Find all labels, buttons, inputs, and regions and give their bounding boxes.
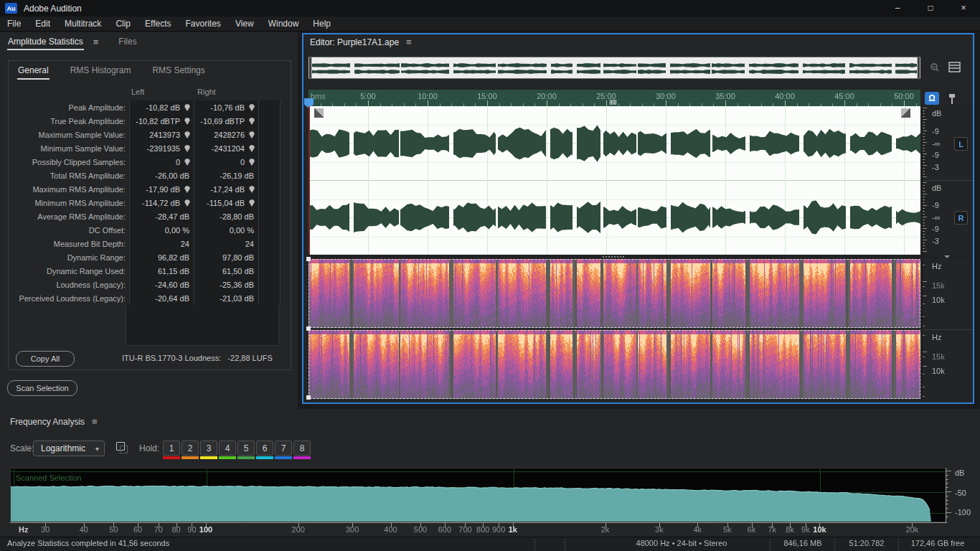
spectro-selection-handle[interactable]: [306, 395, 311, 400]
stat-cell[interactable]: 2428276: [194, 128, 258, 141]
scan-selection-button[interactable]: Scan Selection: [7, 380, 77, 396]
amp-tick-label: -3: [932, 237, 939, 245]
copy-all-button[interactable]: Copy All: [16, 351, 75, 367]
divider-grip[interactable]: [603, 256, 624, 258]
marker-pin-icon[interactable]: [945, 92, 959, 106]
stat-cell[interactable]: -17,90 dB: [129, 182, 194, 196]
tab-rms-histogram[interactable]: RMS Histogram: [70, 64, 132, 80]
stat-cell[interactable]: -2391935: [129, 141, 194, 155]
frequency-x-tick-label: 70: [154, 525, 163, 534]
spectrogram-display[interactable]: [308, 259, 920, 399]
frequency-x-tick-label: 4k: [693, 525, 702, 534]
stat-cell[interactable]: -10,76 dB: [194, 100, 258, 114]
stat-value: -24,60 dB: [155, 281, 194, 289]
panel-menu-icon[interactable]: ≡: [93, 37, 99, 47]
stat-cell[interactable]: 0,00 %: [129, 223, 194, 237]
layers-list-icon[interactable]: [948, 60, 962, 75]
hold-button-8[interactable]: 8: [293, 441, 311, 459]
freq-tick-label: 10k: [932, 367, 945, 375]
stats-inner-tabs: General RMS Histogram RMS Settings: [17, 64, 206, 80]
stat-cell[interactable]: 61,50 dB: [194, 264, 258, 278]
stat-value: -28,47 dB: [155, 212, 194, 221]
hold-button-4[interactable]: 4: [219, 441, 236, 459]
amp-tick-label: -∞: [932, 139, 941, 148]
stat-cell[interactable]: -28,80 dB: [194, 209, 258, 223]
hold-button-2[interactable]: 2: [182, 441, 199, 459]
editor-panel-menu-icon[interactable]: ≡: [406, 37, 412, 47]
frequency-x-tick-label: 20k: [905, 525, 918, 534]
tab-general[interactable]: General: [17, 64, 50, 80]
stat-cell[interactable]: 2413973: [129, 128, 194, 141]
table-row: Minimum RMS Amplitude:-114,72 dB-115,04 …: [9, 196, 281, 209]
stat-label: Possibly Clipped Samples:: [9, 158, 129, 166]
right-channel-button[interactable]: R: [954, 211, 968, 225]
stat-cell[interactable]: -26,19 dB: [194, 169, 258, 182]
hold-button-6[interactable]: 6: [256, 441, 273, 459]
freq-tick-label: 15k: [932, 281, 945, 290]
tab-amplitude-statistics[interactable]: Amplitude Statistics: [7, 34, 84, 50]
frequency-x-tick-label: 2k: [601, 525, 610, 534]
hold-button-5[interactable]: 5: [237, 441, 255, 459]
stat-cell[interactable]: -20,64 dB: [129, 291, 194, 305]
minimize-button[interactable]: –: [881, 0, 914, 17]
stat-cell[interactable]: -10,82 dB: [129, 100, 194, 114]
overview-left-handle[interactable]: [308, 57, 312, 78]
stat-cell[interactable]: -115,04 dB: [194, 196, 258, 209]
menu-item-help[interactable]: Help: [306, 17, 338, 31]
stat-cell[interactable]: -114,72 dB: [129, 196, 194, 209]
stat-cell[interactable]: -24,60 dB: [129, 278, 194, 291]
stat-cell[interactable]: -17,24 dB: [194, 182, 258, 196]
stat-cell[interactable]: 24: [129, 237, 194, 250]
stat-cell[interactable]: 96,82 dB: [129, 250, 194, 264]
menu-item-window[interactable]: Window: [261, 17, 306, 31]
tab-rms-settings[interactable]: RMS Settings: [151, 64, 205, 80]
stat-cell[interactable]: -2431204: [194, 141, 258, 155]
spectro-selection-handle[interactable]: [306, 257, 311, 261]
menu-item-edit[interactable]: Edit: [28, 17, 57, 31]
selection-handle-right[interactable]: [901, 108, 910, 118]
menu-item-file[interactable]: File: [0, 17, 28, 31]
monitor-headphones-icon[interactable]: Ω: [925, 92, 939, 105]
stat-cell[interactable]: 0,00 %: [194, 223, 258, 237]
overview-navigator[interactable]: [308, 57, 920, 79]
frequency-x-tick-label: 700: [458, 525, 471, 534]
frequency-panel-menu-icon[interactable]: ≡: [92, 416, 98, 427]
stat-cell[interactable]: -28,47 dB: [129, 209, 194, 223]
tab-files[interactable]: Files: [118, 34, 137, 50]
menu-item-view[interactable]: View: [228, 17, 261, 31]
spectro-selection-handle[interactable]: [306, 326, 311, 331]
stat-cell[interactable]: -25,36 dB: [194, 278, 258, 291]
overview-right-handle[interactable]: [917, 57, 920, 78]
marker-cluster[interactable]: [610, 100, 616, 105]
hold-button-1[interactable]: 1: [163, 441, 180, 459]
maximize-button[interactable]: □: [914, 0, 947, 17]
status-position: 51:20.782: [838, 539, 895, 547]
editor-tab[interactable]: Editor: Purple17A1.ape ≡: [310, 37, 412, 47]
selection-handle-left[interactable]: [314, 108, 324, 118]
menu-item-effects[interactable]: Effects: [138, 17, 178, 31]
stat-cell[interactable]: 0: [129, 155, 194, 169]
stat-cell[interactable]: 97,80 dB: [194, 250, 258, 264]
menu-item-favorites[interactable]: Favorites: [179, 17, 228, 31]
left-channel-button[interactable]: L: [954, 137, 968, 151]
hold-button-7[interactable]: 7: [275, 441, 292, 459]
itu-loudness-text: ITU-R BS.1770-3 Loudness: -22,88 LUFS: [122, 354, 273, 362]
waveform-display[interactable]: [308, 106, 920, 255]
stat-cell[interactable]: 24: [194, 237, 258, 250]
stat-cell[interactable]: 61,15 dB: [129, 264, 194, 278]
stat-cell[interactable]: -10,69 dBTP: [194, 114, 258, 128]
stat-cell[interactable]: -26,00 dB: [129, 169, 194, 182]
scale-collapse-icon[interactable]: [944, 255, 950, 258]
hold-button-3[interactable]: 3: [200, 441, 217, 459]
stat-cell[interactable]: -10,82 dBTP: [129, 114, 194, 128]
stat-cell[interactable]: -21,03 dB: [194, 291, 258, 305]
menu-item-clip[interactable]: Clip: [108, 17, 138, 31]
stat-cell[interactable]: 0: [194, 155, 258, 169]
zoom-navigate-icon[interactable]: [928, 60, 942, 75]
menu-item-multitrack[interactable]: Multitrack: [57, 17, 108, 31]
scale-dropdown[interactable]: Logarithmic ▾: [33, 441, 105, 456]
close-button[interactable]: ×: [947, 0, 980, 17]
frequency-plot[interactable]: [11, 468, 946, 522]
copy-graph-icon[interactable]: [116, 442, 129, 455]
table-row: Maximum Sample Value:24139732428276: [9, 128, 281, 141]
